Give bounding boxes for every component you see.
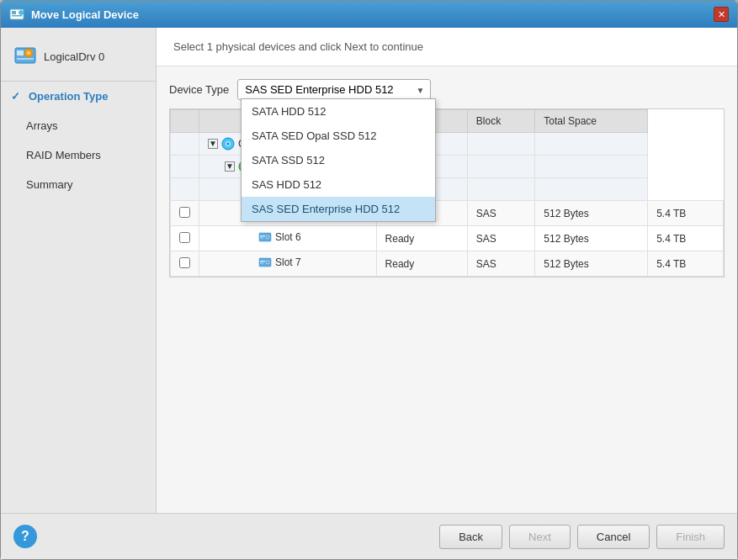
sidebar-item-operation-type[interactable]: Operation Type	[1, 82, 156, 111]
dialog-body: LogicalDrv 0 Operation Type Arrays RAID …	[1, 28, 737, 513]
svg-point-24	[267, 236, 268, 238]
hdd-icon	[258, 256, 272, 269]
slot7-label: Slot 7	[275, 256, 301, 268]
tree-checkbox	[171, 178, 199, 201]
table-row: Slot 7 Ready SAS 512 Bytes 5.4 TB	[171, 251, 724, 277]
slot7-total-space: 5.4 TB	[648, 251, 724, 277]
cancel-button[interactable]: Cancel	[577, 525, 650, 549]
main-content: Select 1 physical devices and click Next…	[157, 28, 737, 513]
col-total-space: Total Space	[535, 110, 648, 133]
svg-rect-31	[260, 263, 263, 264]
slot7-checkbox-cell	[171, 251, 199, 277]
svg-point-29	[267, 262, 268, 263]
tree-checkbox	[171, 133, 199, 156]
slot6-checkbox[interactable]	[179, 232, 190, 243]
tree-cell	[467, 178, 535, 201]
sidebar-item-label: RAID Members	[26, 149, 101, 161]
hdd-icon	[258, 230, 272, 244]
move-logical-device-dialog: Move Logical Device ✕ LogicalDrv 0 Opera…	[0, 0, 738, 560]
slot7-name-cell: Slot 7	[199, 251, 377, 277]
controller-icon	[221, 137, 235, 151]
help-icon: ?	[21, 529, 29, 544]
title-bar-left: Move Logical Device	[9, 7, 139, 22]
svg-rect-2	[12, 15, 22, 17]
svg-rect-1	[12, 11, 16, 14]
col-block: Block	[467, 110, 535, 133]
tree-cell	[535, 133, 648, 156]
header-message: Select 1 physical devices and click Next…	[173, 40, 423, 53]
dropdown-item-sata-sed-opal-ssd-512[interactable]: SATA SED Opal SSD 512	[242, 124, 435, 148]
table-row: Slot 6 Ready SAS 512 Bytes 5.4 TB	[171, 226, 724, 251]
sidebar: LogicalDrv 0 Operation Type Arrays RAID …	[1, 28, 157, 513]
slot5-interface: SAS	[467, 201, 535, 226]
title-bar: Move Logical Device ✕	[1, 1, 737, 28]
device-type-dropdown: SATA HDD 512 SATA SED Opal SSD 512 SATA …	[241, 98, 436, 222]
col-checkbox	[171, 110, 199, 133]
footer-buttons: Back Next Cancel Finish	[439, 525, 725, 549]
slot5-checkbox-cell	[171, 201, 199, 226]
dropdown-item-sata-ssd-512[interactable]: SATA SSD 512	[242, 148, 435, 172]
device-type-row: Device Type SAS SED Enterprise HDD 512	[169, 79, 725, 100]
dialog-title: Move Logical Device	[31, 8, 139, 21]
device-type-selected-value: SAS SED Enterprise HDD 512	[245, 83, 393, 96]
expand-icon[interactable]: ▼	[225, 161, 235, 172]
device-type-select[interactable]: SAS SED Enterprise HDD 512	[237, 79, 431, 100]
sidebar-logo-text: LogicalDrv 0	[44, 50, 104, 63]
sidebar-logo: LogicalDrv 0	[1, 36, 156, 82]
svg-point-7	[27, 51, 30, 55]
slot6-total-space: 5.4 TB	[648, 226, 724, 251]
tree-cell	[467, 156, 535, 178]
device-type-select-wrapper: SAS SED Enterprise HDD 512	[237, 79, 431, 100]
slot6-name-cell: Slot 6	[199, 226, 377, 251]
next-button[interactable]: Next	[509, 525, 571, 549]
tree-cell	[535, 178, 648, 201]
sidebar-item-raid-members[interactable]: RAID Members	[1, 140, 156, 170]
dropdown-item-sas-sed-enterprise-hdd-512[interactable]: SAS SED Enterprise HDD 512	[242, 197, 435, 221]
svg-point-3	[19, 11, 24, 15]
svg-point-11	[227, 143, 230, 145]
dropdown-item-sas-hdd-512[interactable]: SAS HDD 512	[242, 172, 435, 197]
sidebar-item-label: Operation Type	[29, 90, 108, 103]
help-button[interactable]: ?	[13, 525, 37, 548]
slot7-status: Ready	[376, 251, 467, 277]
slot6-status: Ready	[376, 226, 467, 251]
svg-rect-30	[260, 261, 265, 262]
sidebar-item-summary[interactable]: Summary	[1, 170, 156, 199]
tree-cell	[535, 156, 648, 178]
main-body: Device Type SAS SED Enterprise HDD 512 S…	[157, 66, 737, 513]
slot7-block: 512 Bytes	[535, 251, 648, 277]
svg-rect-26	[260, 238, 263, 239]
sidebar-item-arrays[interactable]: Arrays	[1, 111, 156, 140]
sidebar-item-label: Summary	[26, 178, 73, 191]
close-button[interactable]: ✕	[714, 7, 729, 22]
slot5-checkbox[interactable]	[179, 207, 190, 218]
footer-left: ?	[13, 525, 37, 548]
slot5-block: 512 Bytes	[535, 201, 648, 226]
slot7-checkbox[interactable]	[179, 257, 190, 268]
main-header: Select 1 physical devices and click Next…	[157, 28, 737, 66]
tree-checkbox	[171, 156, 199, 178]
finish-button[interactable]: Finish	[656, 525, 725, 549]
tree-cell	[467, 133, 535, 156]
expand-icon[interactable]: ▼	[208, 139, 218, 149]
dropdown-item-sata-hdd-512[interactable]: SATA HDD 512	[242, 99, 435, 124]
slot6-label: Slot 6	[275, 231, 301, 243]
slot5-total-space: 5.4 TB	[648, 201, 724, 226]
device-type-label: Device Type	[169, 83, 229, 96]
slot6-interface: SAS	[467, 226, 535, 251]
logical-drive-icon	[13, 45, 37, 68]
svg-rect-8	[17, 58, 34, 60]
svg-rect-25	[260, 235, 265, 237]
svg-rect-5	[17, 50, 24, 55]
dialog-icon	[9, 7, 24, 22]
sidebar-item-label: Arrays	[26, 119, 58, 132]
footer: ? Back Next Cancel Finish	[1, 513, 737, 559]
slot7-interface: SAS	[467, 251, 535, 277]
back-button[interactable]: Back	[439, 525, 502, 549]
slot6-checkbox-cell	[171, 226, 199, 251]
slot6-block: 512 Bytes	[535, 226, 648, 251]
